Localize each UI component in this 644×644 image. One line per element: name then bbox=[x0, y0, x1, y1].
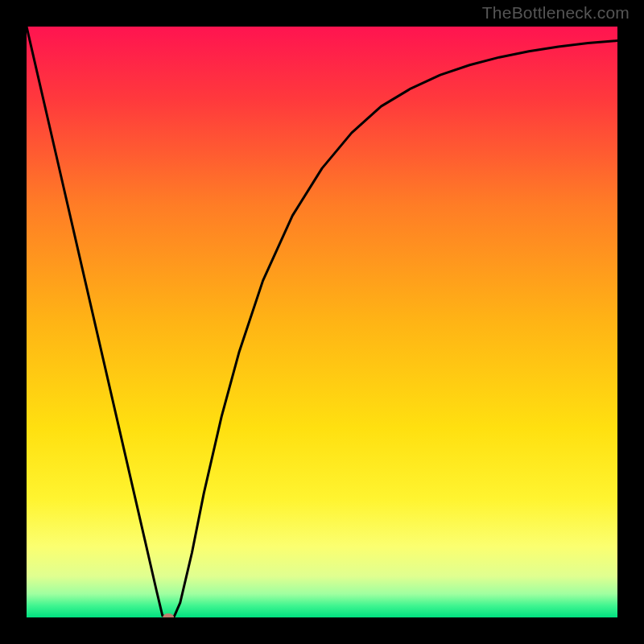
gradient-background bbox=[27, 27, 617, 617]
chart-svg bbox=[27, 27, 617, 617]
chart-container: TheBottleneck.com bbox=[0, 0, 644, 644]
watermark-text: TheBottleneck.com bbox=[482, 3, 630, 23]
plot-area bbox=[27, 27, 617, 617]
